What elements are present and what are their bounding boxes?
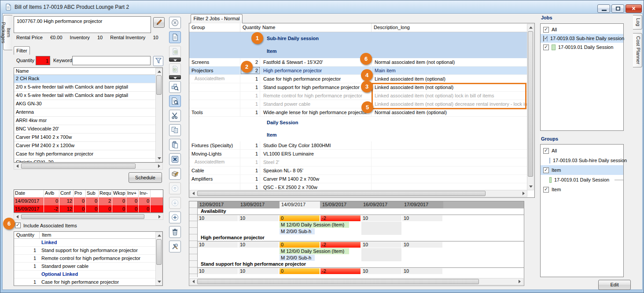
- associated-vscrollbar[interactable]: [155, 232, 162, 286]
- table-row[interactable]: 1QSC - EX 2500 2 x 700w: [189, 183, 527, 190]
- scroll-left-icon[interactable]: [16, 215, 18, 219]
- timeline-hscrollbar[interactable]: [190, 278, 523, 285]
- checkbox-checked-icon[interactable]: [543, 45, 549, 50]
- list-item[interactable]: Christie CDXL-20: [14, 159, 155, 163]
- list-item[interactable]: 2/0 x 5-wire feeder tail with Camlock an…: [14, 83, 155, 92]
- table-row[interactable]: Tools1Wide-angle lense for high performa…: [189, 108, 527, 117]
- move-down-button[interactable]: [169, 197, 181, 209]
- scroll-right-icon[interactable]: [158, 215, 161, 219]
- list-item[interactable]: 1Remote control for high performance pro…: [14, 255, 155, 263]
- table-row[interactable]: Moving-Lights1VL1000 ERS Luminaire: [189, 150, 527, 158]
- cut-button[interactable]: [169, 110, 181, 122]
- list-item[interactable]: 4/0 x 5-wire feeder tail with Camlock an…: [14, 92, 155, 100]
- edit-package-button[interactable]: [169, 168, 181, 180]
- job-item-all[interactable]: All: [541, 25, 623, 34]
- scrollbar-thumb[interactable]: [156, 239, 162, 265]
- checkbox-checked-icon[interactable]: [543, 187, 549, 193]
- search-items-button[interactable]: [169, 81, 181, 93]
- scroll-left-icon[interactable]: [192, 280, 195, 283]
- job-item[interactable]: 17-0019.01 Daily Session: [541, 43, 623, 52]
- list-item[interactable]: BNC Videocable 20': [14, 125, 155, 134]
- scrollbar-thumb[interactable]: [21, 214, 144, 219]
- scroll-up-icon[interactable]: [158, 234, 161, 237]
- tab-filter-jobs[interactable]: Filter 2 Jobs - Normal: [191, 14, 243, 23]
- scroll-right-icon[interactable]: [523, 192, 525, 195]
- restore-button[interactable]: [611, 4, 624, 13]
- list-item[interactable]: Linked: [14, 239, 155, 247]
- paste-button[interactable]: [169, 139, 181, 151]
- edit-button[interactable]: Edit: [598, 280, 631, 290]
- cancel-button[interactable]: [169, 17, 181, 29]
- checkbox-checked-icon[interactable]: [543, 167, 549, 173]
- item-name-field[interactable]: 1007767.00 High performance projector: [14, 16, 151, 33]
- table-row[interactable]: AssociatedItem1Case for high performance…: [189, 75, 527, 83]
- table-row-selected[interactable]: Projectors2High performance projectorMai…: [189, 67, 527, 75]
- scroll-down-icon[interactable]: [158, 281, 161, 283]
- item-list-hscrollbar[interactable]: [14, 163, 163, 170]
- group-item[interactable]: Item: [541, 165, 623, 175]
- list-item[interactable]: 2 CH Rack: [14, 75, 155, 83]
- minimize-button[interactable]: [597, 4, 610, 13]
- item-list-vscrollbar[interactable]: [155, 68, 162, 162]
- scrollbar-thumb[interactable]: [197, 191, 486, 196]
- table-row[interactable]: Screens2Fastfold & Stewart - 15'X20'Norm…: [189, 58, 527, 67]
- tab-log[interactable]: Log: [633, 15, 642, 30]
- tools-button[interactable]: [169, 241, 181, 252]
- timeline-values-row[interactable]: 10 10 0 -2 10 10: [198, 241, 524, 248]
- list-item[interactable]: Optional Linked: [14, 271, 155, 278]
- col-group[interactable]: Group: [189, 23, 240, 32]
- move-up-button[interactable]: [169, 182, 181, 194]
- checkbox-checked-icon[interactable]: [543, 27, 549, 33]
- event-bar-green[interactable]: M 12/0/0 Daily Session (Item): [280, 248, 349, 254]
- list-item[interactable]: Antenna: [14, 108, 155, 117]
- list-item[interactable]: 1Stand support for high performance proj…: [14, 247, 155, 255]
- schedule-button[interactable]: Schedule: [129, 172, 162, 183]
- export-document-button[interactable]: [169, 46, 181, 58]
- add-button[interactable]: [169, 211, 181, 223]
- edit-item-button[interactable]: [153, 17, 165, 28]
- scroll-left-icon[interactable]: [192, 192, 195, 195]
- checkbox-checked-icon[interactable]: [543, 148, 549, 154]
- list-item[interactable]: 1Case for high performance projector: [14, 278, 155, 286]
- scroll-up-icon[interactable]: [158, 70, 161, 73]
- delete-button[interactable]: [169, 226, 181, 238]
- item-list-header[interactable]: Name: [14, 68, 162, 75]
- import-dropdown-button[interactable]: [169, 75, 181, 79]
- tab-item-packages[interactable]: Item Packages: [3, 15, 12, 50]
- scroll-left-icon[interactable]: [16, 164, 18, 168]
- table-row[interactable]: Fixtures (Specialty)1Studio Due City Col…: [189, 141, 527, 150]
- list-item[interactable]: 1Standard power cable: [14, 263, 155, 271]
- date-header-cell[interactable]: 12/09/2017: [198, 201, 238, 208]
- table-row[interactable]: Cable1Speakon NL- 8 05': [189, 167, 527, 175]
- date-header-cell[interactable]: 17/09/2017: [402, 201, 443, 208]
- list-item[interactable]: AKG GN-30: [14, 100, 155, 108]
- copy-button[interactable]: [169, 124, 181, 136]
- list-item[interactable]: Case for high performance projector: [14, 150, 155, 159]
- event-bar-blue[interactable]: M 2/0/0 Sub-h: [280, 228, 315, 234]
- main-table-vscrollbar[interactable]: [527, 24, 534, 190]
- timeline-event-row[interactable]: M 2/0/0 Sub-h: [198, 255, 524, 261]
- timeline-event-row[interactable]: M 12/0/0 Daily Session (Item): [198, 222, 524, 228]
- timeline-event-row[interactable]: M 12/0/0 Daily Session (Item): [198, 248, 524, 255]
- tab-filter[interactable]: Filter: [14, 46, 30, 55]
- excel-export-button[interactable]: [169, 153, 181, 165]
- availability-hscrollbar[interactable]: [14, 213, 163, 220]
- scroll-down-icon[interactable]: [158, 157, 161, 159]
- group-item-all[interactable]: All: [541, 146, 623, 156]
- scrollbar-thumb[interactable]: [197, 279, 479, 284]
- document-view-button[interactable]: [169, 31, 181, 43]
- include-associated-checkbox[interactable]: [15, 223, 21, 228]
- col-quantity[interactable]: Quantity: [240, 23, 260, 32]
- scrollbar-thumb[interactable]: [21, 163, 136, 169]
- group-item[interactable]: Item: [541, 185, 623, 194]
- event-bar-blue[interactable]: M 2/0/0 Sub-h: [280, 255, 315, 261]
- close-button[interactable]: ×: [626, 4, 642, 13]
- table-header[interactable]: Group Quantity Name Description_long: [189, 23, 527, 32]
- date-header-cell-selected[interactable]: 14/09/2017: [280, 201, 320, 208]
- title-bar[interactable]: Bill of Items 17-0019 ABC Product Lounge…: [0, 0, 644, 13]
- list-item[interactable]: ARRI 4kw msr: [14, 117, 155, 125]
- group-item-job[interactable]: 17-0019.01 Daily Session: [541, 175, 623, 185]
- filter-button[interactable]: [153, 56, 163, 66]
- keyword-input[interactable]: [72, 56, 151, 65]
- table-row[interactable]: 15/09/2017 -2 12 0 0 0 0 0 0: [14, 205, 163, 213]
